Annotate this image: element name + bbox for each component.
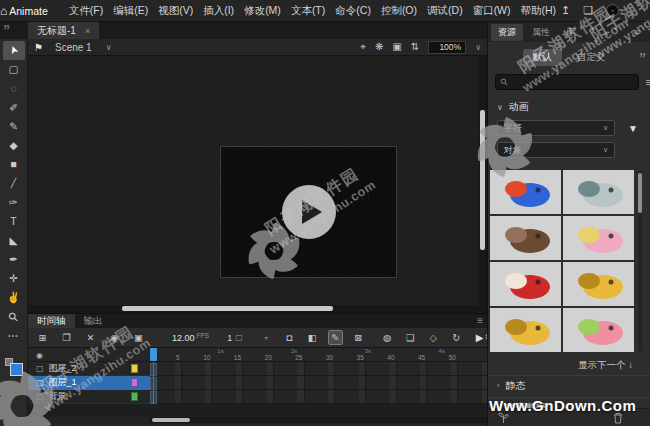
delete-frame-button[interactable]: ⊠ xyxy=(351,330,366,345)
menu-item[interactable]: 窗口(W) xyxy=(468,4,516,18)
layer-color-chip[interactable] xyxy=(131,378,138,387)
zoom-level-select[interactable]: 100% xyxy=(428,41,466,54)
assets-scrollbar[interactable] xyxy=(638,171,642,351)
图层_1[interactable]: ▢ 图层_1 xyxy=(28,376,150,390)
timeline-tab[interactable]: 时间轴 xyxy=(28,314,75,328)
layer-color-chip[interactable] xyxy=(131,392,138,401)
clip-content-button[interactable]: ❋ xyxy=(375,41,383,53)
layer-name[interactable]: 图层_1 xyxy=(49,376,77,389)
layer-color-chip[interactable] xyxy=(131,364,138,373)
thumb-dog-sitting[interactable] xyxy=(490,308,561,352)
selection-tool[interactable]: ➤ xyxy=(3,41,25,60)
stage-vertical-scrollbar[interactable] xyxy=(479,56,487,305)
camera-button[interactable]: ◉ xyxy=(107,330,122,345)
frame-rate[interactable]: 12.00 FPS xyxy=(172,333,209,343)
scrollbar-thumb[interactable] xyxy=(122,306,333,311)
current-frame[interactable]: 1 ▢ xyxy=(227,333,243,343)
frames-grid[interactable] xyxy=(150,362,487,404)
new-layer-button[interactable]: ⊞ xyxy=(35,330,50,345)
layer-name[interactable]: 图层_2 xyxy=(49,362,77,375)
panel-menu-icon[interactable]: ≡ xyxy=(477,315,483,326)
subselection-tool[interactable]: ▢ xyxy=(3,60,25,79)
menu-item[interactable]: 控制(O) xyxy=(376,4,422,18)
workspace-icon[interactable]: ❏ xyxy=(583,4,593,17)
asset-warp-tool[interactable]: ✛ xyxy=(3,269,25,288)
zoom-tool[interactable]: ⚲ xyxy=(3,307,25,326)
eraser-tool[interactable]: ◆ xyxy=(3,136,25,155)
insert-frame-button[interactable]: ◧ xyxy=(305,330,320,345)
layer-name[interactable]: 背景 xyxy=(49,390,67,403)
scrollbar-thumb[interactable] xyxy=(152,418,190,422)
scene-name[interactable]: Scene 1 xyxy=(55,42,92,53)
assets-view-tab[interactable]: 默认 xyxy=(523,49,562,66)
menu-item[interactable]: 插入(I) xyxy=(198,4,239,18)
rectangle-tool[interactable]: ■ xyxy=(3,155,25,174)
rotation-button[interactable]: ⇅ xyxy=(411,41,419,53)
frame-cell[interactable] xyxy=(150,377,157,390)
onion-skin-button[interactable]: ◍ xyxy=(380,330,395,345)
timeline-scrollbar[interactable] xyxy=(150,417,487,423)
play-button[interactable] xyxy=(282,185,336,239)
insert-blank-keyframe-button[interactable]: ◘ xyxy=(282,330,297,345)
quick-publish-icon[interactable]: ◦ xyxy=(606,4,619,17)
center-stage-button[interactable]: ⌖ xyxy=(360,41,366,53)
frame-cell[interactable] xyxy=(150,363,157,376)
menu-item[interactable]: 修改(M) xyxy=(239,4,286,18)
panel-tab[interactable]: 资源 xyxy=(491,24,523,41)
thumb-santa[interactable] xyxy=(490,262,561,306)
zoom-chevron-icon[interactable]: ∨ xyxy=(475,43,481,52)
menu-item[interactable]: 文本(T) xyxy=(286,4,330,18)
thumb-robot[interactable] xyxy=(563,170,634,214)
show-next-link[interactable]: 显示下一个 ↓ xyxy=(578,359,633,372)
onion-skin-outline-button[interactable]: ❏ xyxy=(403,330,418,345)
menu-item[interactable]: 帮助(H) xyxy=(516,4,562,18)
auto-keyframe-button[interactable]: ✎ xyxy=(328,330,343,345)
funnel-filter-icon[interactable]: ▼ xyxy=(628,123,638,134)
fill-color-swatch[interactable] xyxy=(5,358,23,376)
thumb-parachute-pig[interactable] xyxy=(563,308,634,352)
panel-menu-icon[interactable]: ≡ xyxy=(635,27,640,37)
insert-keyframe-button[interactable]: ▫ xyxy=(259,330,274,345)
line-tool[interactable]: ╱ xyxy=(3,174,25,193)
stage-outline-button[interactable]: ▣ xyxy=(392,41,401,53)
loop-button[interactable]: ↻ xyxy=(449,330,464,345)
panel-tab[interactable]: 属性 xyxy=(525,24,557,41)
menu-item[interactable]: 调试(D) xyxy=(422,4,468,18)
section-static[interactable]: › 静态 xyxy=(488,375,650,395)
stage-canvas[interactable] xyxy=(220,146,397,278)
scrollbar-thumb[interactable] xyxy=(480,110,485,250)
search-input[interactable] xyxy=(512,76,633,88)
menu-item[interactable]: 命令(C) xyxy=(330,4,376,18)
frame-ruler[interactable]: 1s2s3s4s 5101520253035404550 xyxy=(150,348,487,362)
filter-list-icon[interactable]: ≡ xyxy=(646,76,650,88)
scrollbar-thumb[interactable] xyxy=(638,173,642,213)
hand-tool[interactable]: ✌ xyxy=(3,288,25,307)
eye-icon[interactable]: ◉ xyxy=(36,351,43,360)
new-folder-button[interactable]: ❐ xyxy=(59,330,74,345)
search-box[interactable]: ⚲ xyxy=(495,74,639,90)
eyedropper-tool[interactable]: ✒ xyxy=(3,250,25,269)
share-icon[interactable]: ↥ xyxy=(561,4,570,17)
document-tab[interactable]: 无标题-1 × xyxy=(28,22,99,39)
panel-tab[interactable]: 库 xyxy=(559,24,582,41)
close-tab-icon[interactable]: × xyxy=(85,26,90,36)
背景[interactable]: ▢ 背景 xyxy=(28,390,150,404)
object-dropdown[interactable]: 对象 ∨ xyxy=(497,142,615,158)
playhead[interactable] xyxy=(150,348,157,361)
frame-cell[interactable] xyxy=(150,391,157,404)
delete-button[interactable]: ✕ xyxy=(83,330,98,345)
menu-item[interactable]: 编辑(E) xyxy=(108,4,153,18)
text-tool[interactable]: T xyxy=(3,212,25,231)
timeline-tab[interactable]: 输出 xyxy=(75,314,112,328)
menu-item[interactable]: 视图(V) xyxy=(153,4,198,18)
trash-icon[interactable] xyxy=(613,412,623,424)
edit-multiple-frames-button[interactable]: ◇ xyxy=(426,330,441,345)
paint-bucket-tool[interactable]: ◣ xyxy=(3,231,25,250)
character-dropdown[interactable]: 字符 ∨ xyxy=(497,120,615,136)
pasteboard[interactable] xyxy=(28,56,487,313)
more-tools[interactable]: ••• xyxy=(3,326,25,345)
section-animated[interactable]: ∨ 动画 xyxy=(497,100,641,114)
lasso-tool[interactable]: ◌ xyxy=(3,79,25,98)
parent-view-button[interactable]: ▣ xyxy=(131,330,146,345)
classic-brush-tool[interactable]: ✎ xyxy=(3,117,25,136)
